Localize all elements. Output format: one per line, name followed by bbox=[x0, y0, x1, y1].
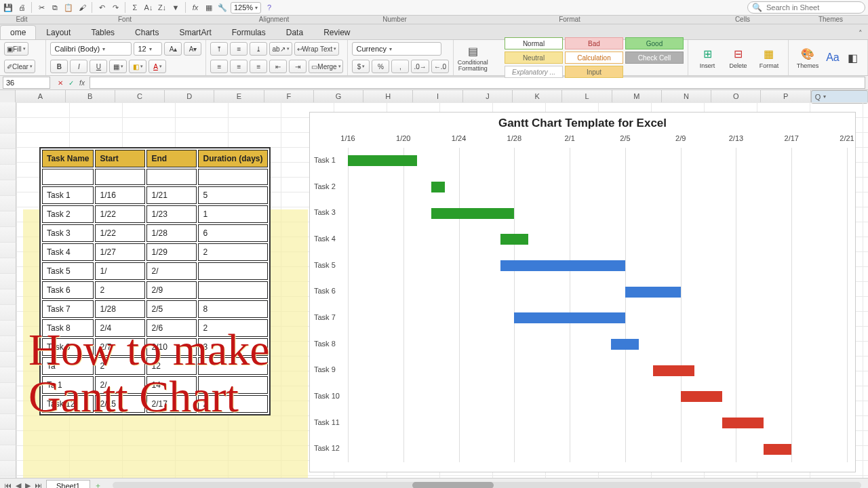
align-top-icon[interactable]: ⤒ bbox=[210, 42, 228, 56]
table-row[interactable]: Task 11/161/215 bbox=[42, 186, 268, 204]
col-header-P[interactable]: P bbox=[761, 90, 810, 102]
task-table[interactable]: Task NameStartEndDuration (days) Task 11… bbox=[39, 147, 271, 415]
table-cell[interactable]: 1/27 bbox=[95, 243, 145, 261]
fill-button[interactable]: ▣ Fill bbox=[4, 42, 28, 56]
table-row[interactable]: Task 622/9 bbox=[42, 281, 268, 299]
col-header-J[interactable]: J bbox=[463, 90, 513, 102]
wrap-text-button[interactable]: ↩ Wrap Text bbox=[294, 42, 340, 56]
help-icon[interactable]: ? bbox=[264, 2, 275, 13]
row-header[interactable] bbox=[0, 211, 16, 227]
ribbon-tab-charts[interactable]: Charts bbox=[125, 25, 169, 39]
col-header-D[interactable]: D bbox=[165, 90, 214, 102]
ribbon-tab-data[interactable]: Data bbox=[276, 25, 313, 39]
theme-colors-button[interactable]: ◧ bbox=[843, 42, 863, 73]
table-cell[interactable]: 1/22 bbox=[95, 205, 145, 223]
ribbon-tab-smartart[interactable]: SmartArt bbox=[169, 25, 221, 39]
table-cell[interactable]: Task 9 bbox=[42, 338, 94, 356]
table-cell[interactable]: 1/21 bbox=[146, 186, 197, 204]
table-cell[interactable]: Task 1 bbox=[42, 186, 94, 204]
gantt-bar[interactable] bbox=[653, 365, 694, 376]
currency-icon[interactable]: $ bbox=[352, 60, 370, 73]
table-cell[interactable] bbox=[198, 376, 267, 394]
style-good[interactable]: Good bbox=[625, 37, 684, 49]
table-row[interactable]: Task 92/72/103 bbox=[42, 338, 268, 356]
print-icon[interactable]: 🖨 bbox=[16, 2, 27, 13]
table-header[interactable]: End bbox=[146, 150, 197, 167]
align-middle-icon[interactable]: ≡ bbox=[230, 42, 248, 56]
tab-first-icon[interactable]: ⏮ bbox=[3, 481, 13, 489]
row-header[interactable] bbox=[0, 149, 16, 165]
row-header[interactable] bbox=[0, 243, 16, 258]
table-cell[interactable]: 2 bbox=[198, 395, 267, 413]
inc-decimal-icon[interactable]: .0→ bbox=[411, 60, 429, 73]
table-row[interactable]: Task 71/282/58 bbox=[42, 300, 268, 318]
table-row[interactable]: Task 31/221/286 bbox=[42, 224, 268, 242]
shrink-font-icon[interactable]: A▾ bbox=[184, 42, 201, 56]
row-header[interactable] bbox=[0, 118, 16, 134]
save-icon[interactable]: 💾 bbox=[3, 2, 14, 13]
row-header[interactable] bbox=[0, 336, 16, 352]
col-header-A[interactable]: A bbox=[16, 90, 65, 102]
themes-button[interactable]: 🎨Themes bbox=[793, 42, 823, 73]
table-cell[interactable]: 2/9 bbox=[146, 281, 197, 299]
table-cell[interactable]: 5 bbox=[198, 186, 267, 204]
table-cell[interactable]: 1/16 bbox=[95, 186, 145, 204]
table-row[interactable]: Ta212 bbox=[42, 357, 268, 375]
table-cell[interactable] bbox=[198, 262, 267, 280]
italic-button[interactable]: I bbox=[70, 60, 87, 73]
table-cell[interactable]: 12 bbox=[146, 357, 197, 375]
table-cell[interactable]: 1 bbox=[198, 205, 267, 223]
row-header[interactable] bbox=[0, 227, 16, 243]
cut-icon[interactable]: ✂ bbox=[36, 2, 47, 13]
fill-color-button[interactable]: ◧ bbox=[129, 60, 146, 73]
gantt-bar[interactable] bbox=[348, 155, 417, 166]
table-cell[interactable]: 2/5 bbox=[146, 300, 197, 318]
ribbon-tab-tables[interactable]: Tables bbox=[81, 25, 125, 39]
table-cell[interactable]: Task 7 bbox=[42, 300, 94, 318]
col-header-K[interactable]: K bbox=[513, 90, 562, 102]
tab-last-icon[interactable]: ⏭ bbox=[33, 481, 43, 489]
col-header-F[interactable]: F bbox=[264, 90, 314, 102]
table-header[interactable]: Start bbox=[95, 150, 145, 167]
gantt-bar[interactable] bbox=[764, 444, 791, 455]
table-cell[interactable]: 2 bbox=[198, 243, 267, 261]
cells-area[interactable]: Task NameStartEndDuration (days) Task 11… bbox=[16, 102, 868, 478]
table-cell[interactable]: 2 bbox=[95, 281, 145, 299]
row-header[interactable] bbox=[0, 430, 16, 445]
toolbox-icon[interactable]: 🔧 bbox=[217, 2, 228, 13]
table-cell[interactable]: 2/4 bbox=[95, 319, 145, 337]
row-header[interactable] bbox=[0, 399, 16, 414]
row-header[interactable] bbox=[0, 321, 16, 336]
align-left-icon[interactable]: ≡ bbox=[210, 60, 228, 73]
table-row[interactable]: Ta 12/14 bbox=[42, 376, 268, 394]
underline-button[interactable]: U bbox=[90, 60, 107, 73]
style-calculation[interactable]: Calculation bbox=[565, 52, 623, 64]
table-cell[interactable]: Task 2 bbox=[42, 205, 94, 223]
gantt-bar[interactable] bbox=[431, 208, 515, 219]
row-header[interactable] bbox=[0, 289, 16, 305]
table-cell[interactable]: 1/28 bbox=[95, 300, 145, 318]
table-cell[interactable]: Task 4 bbox=[42, 243, 94, 261]
ribbon-tab-review[interactable]: Review bbox=[313, 25, 360, 39]
insert-button[interactable]: ⊞Insert bbox=[692, 42, 722, 73]
clear-button[interactable]: ✐ Clear bbox=[4, 60, 35, 73]
filter-icon[interactable]: ▼ bbox=[170, 2, 181, 13]
row-header[interactable] bbox=[0, 258, 16, 274]
search-box[interactable]: 🔍 bbox=[747, 1, 865, 14]
table-cell[interactable]: Task 3 bbox=[42, 224, 94, 242]
horizontal-scrollbar[interactable] bbox=[113, 482, 861, 488]
table-cell[interactable]: 1/ bbox=[95, 262, 145, 280]
row-header[interactable] bbox=[0, 383, 16, 399]
table-cell[interactable]: 2/ bbox=[95, 376, 145, 394]
gantt-bar[interactable] bbox=[625, 287, 681, 298]
row-header[interactable] bbox=[0, 367, 16, 383]
grow-font-icon[interactable]: A▴ bbox=[164, 42, 182, 56]
table-cell[interactable]: 1/23 bbox=[146, 205, 197, 223]
row-header[interactable] bbox=[0, 134, 16, 149]
font-size-select[interactable]: 12 bbox=[134, 42, 162, 56]
table-header[interactable]: Duration (days) bbox=[198, 150, 267, 167]
row-header[interactable] bbox=[0, 445, 16, 461]
sheet-tab[interactable]: Sheet1 bbox=[46, 480, 90, 489]
percent-icon[interactable]: % bbox=[372, 60, 389, 73]
style-bad[interactable]: Bad bbox=[565, 37, 623, 49]
